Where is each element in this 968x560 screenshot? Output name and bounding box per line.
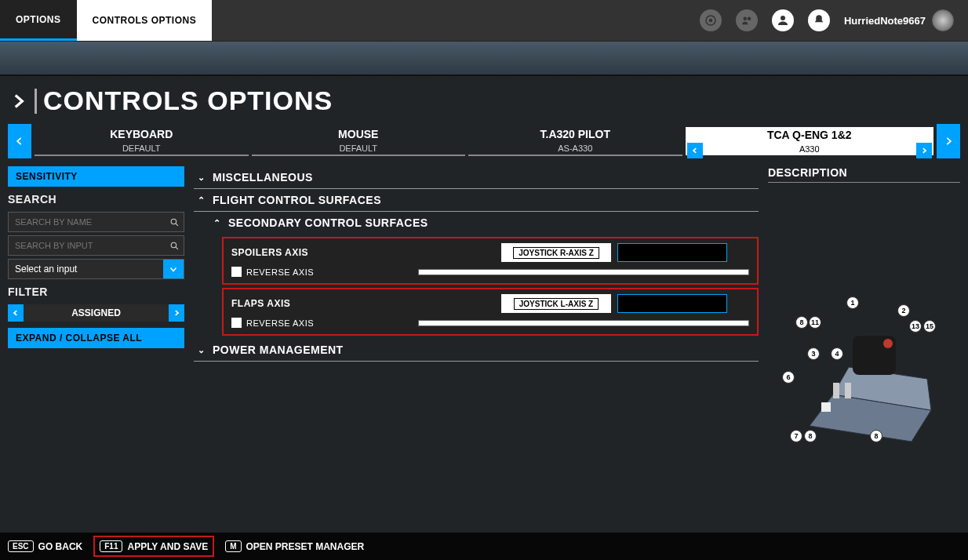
reverse-axis-toggle[interactable]: REVERSE AXIS — [231, 267, 418, 277]
binding-name: SPOILERS AXIS — [231, 247, 498, 258]
bell-icon[interactable] — [808, 9, 830, 31]
sensitivity-button[interactable]: SENSITIVITY — [8, 166, 184, 187]
page-title: CONTROLS OPTIONS — [43, 85, 333, 116]
key-esc: ESC — [8, 540, 34, 552]
chevron-down-icon — [163, 260, 184, 278]
search-icon — [165, 213, 184, 231]
reverse-axis-label: REVERSE AXIS — [246, 267, 314, 277]
svg-point-2 — [743, 17, 747, 21]
category-power-management[interactable]: ⌄POWER MANAGEMENT — [194, 339, 759, 362]
svg-rect-11 — [833, 383, 839, 398]
footer-go-back[interactable]: ESC GO BACK — [8, 540, 82, 552]
device-preset: DEFAULT — [35, 142, 249, 155]
devices-next[interactable] — [937, 124, 960, 158]
checkbox-icon — [231, 318, 242, 328]
tab-controls-options[interactable]: CONTROLS OPTIONS — [77, 0, 213, 41]
search-name-input[interactable] — [8, 212, 184, 232]
search-input-field[interactable] — [9, 241, 165, 250]
binding-slot-1[interactable]: JOYSTICK R-AXIS Z — [501, 243, 611, 262]
device-name: TCA Q-ENG 1&2 — [703, 127, 917, 143]
chevron-up-icon: ⌃ — [197, 195, 206, 205]
svg-point-4 — [781, 16, 785, 20]
binding-slot-2[interactable] — [617, 294, 727, 313]
reverse-axis-toggle[interactable]: REVERSE AXIS — [231, 318, 418, 328]
svg-rect-13 — [821, 402, 831, 412]
username: HurriedNote9667 — [844, 15, 926, 27]
tab-options[interactable]: OPTIONS — [0, 0, 77, 41]
expand-collapse-button[interactable]: EXPAND / COLLAPSE ALL — [8, 328, 184, 348]
device-tab-keyboard[interactable]: KEYBOARD DEFAULT — [35, 126, 249, 156]
svg-point-3 — [748, 17, 751, 21]
chevron-down-icon: ⌄ — [197, 173, 206, 183]
filter-value: ASSIGNED — [24, 304, 169, 322]
device-name: MOUSE — [252, 126, 466, 142]
device-tab-tca[interactable]: TCA Q-ENG 1&2 A330 — [686, 127, 934, 155]
device-preset: DEFAULT — [252, 142, 466, 155]
chevron-down-icon: ⌄ — [197, 345, 206, 355]
binding-name: FLAPS AXIS — [231, 298, 498, 309]
chevron-up-icon: ⌃ — [213, 218, 222, 228]
svg-rect-12 — [845, 383, 851, 398]
preset-prev[interactable] — [687, 143, 703, 158]
svg-point-10 — [883, 339, 893, 348]
key-m: M — [225, 540, 241, 552]
title-divider — [35, 89, 37, 114]
checkbox-icon — [231, 267, 242, 277]
footer-label: APPLY AND SAVE — [127, 541, 208, 552]
device-name: KEYBOARD — [35, 126, 249, 142]
footer-label: GO BACK — [38, 541, 83, 552]
key-f11: F11 — [100, 540, 122, 552]
binding-spoilers-axis: SPOILERS AXIS JOYSTICK R-AXIS Z REVERSE … — [222, 237, 759, 285]
axis-bar — [418, 269, 749, 275]
binding-slot-1[interactable]: JOYSTICK L-AXIS Z — [501, 294, 611, 313]
target-icon[interactable] — [700, 9, 722, 31]
category-miscellaneous[interactable]: ⌄MISCELLANEOUS — [194, 166, 759, 189]
footer-preset-manager[interactable]: M OPEN PRESET MANAGER — [225, 540, 364, 552]
device-diagram: 1 2 8 11 13 15 3 4 6 7 8 8 — [768, 293, 960, 465]
footer-apply-save[interactable]: F11 APPLY AND SAVE — [93, 536, 214, 557]
footer-label: OPEN PRESET MANAGER — [246, 541, 365, 552]
profile-icon[interactable] — [772, 9, 794, 31]
svg-point-1 — [709, 19, 713, 23]
description-title: DESCRIPTION — [768, 166, 960, 183]
device-preset: AS-A330 — [468, 142, 682, 155]
binding-slot-2[interactable] — [617, 243, 727, 262]
category-flight-control-surfaces[interactable]: ⌃FLIGHT CONTROL SURFACES — [194, 189, 759, 212]
group-icon[interactable] — [736, 9, 758, 31]
filter-next[interactable] — [169, 304, 184, 322]
category-secondary-control-surfaces[interactable]: ⌃SECONDARY CONTROL SURFACES — [209, 212, 759, 234]
filter-prev[interactable] — [8, 304, 24, 322]
device-name: T.A320 PILOT — [468, 126, 682, 142]
filter-label: FILTER — [8, 285, 184, 298]
search-input-input[interactable] — [8, 235, 184, 256]
select-input[interactable]: Select an input — [8, 259, 184, 279]
search-label: SEARCH — [8, 193, 184, 205]
search-icon — [165, 236, 184, 255]
select-input-label: Select an input — [9, 260, 163, 278]
binding-flaps-axis: FLAPS AXIS JOYSTICK L-AXIS Z REVERSE AXI… — [222, 288, 759, 336]
axis-bar — [418, 320, 749, 326]
device-tab-ta320[interactable]: T.A320 PILOT AS-A330 — [468, 126, 682, 156]
search-name-field[interactable] — [9, 217, 165, 227]
device-preset: A330 — [703, 143, 917, 155]
back-icon[interactable] — [8, 91, 28, 111]
avatar[interactable] — [932, 9, 954, 31]
svg-point-5 — [171, 219, 176, 224]
devices-prev[interactable] — [8, 124, 31, 158]
preset-next[interactable] — [916, 143, 932, 158]
device-tab-mouse[interactable]: MOUSE DEFAULT — [252, 126, 466, 156]
cockpit-background — [0, 42, 968, 76]
reverse-axis-label: REVERSE AXIS — [246, 318, 314, 328]
svg-point-6 — [171, 242, 176, 248]
